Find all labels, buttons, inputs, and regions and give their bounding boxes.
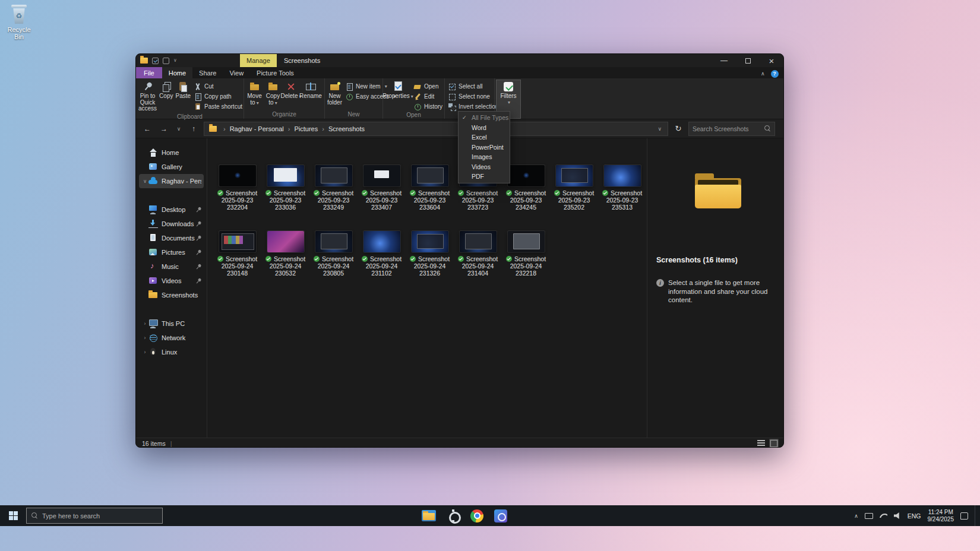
help-icon[interactable]: ?: [771, 70, 779, 78]
ribbon-tab[interactable]: Home: [162, 67, 192, 78]
expand-chevron-icon[interactable]: ›: [141, 335, 148, 341]
ribbon-tab[interactable]: Share: [192, 67, 223, 78]
sidebar-item[interactable]: Videos: [139, 274, 204, 288]
qat-newfolder-icon[interactable]: [163, 58, 169, 64]
filter-menu-item[interactable]: PDF: [459, 172, 510, 182]
taskbar-search-box[interactable]: [26, 508, 163, 524]
sidebar-item[interactable]: Documents: [139, 231, 204, 245]
contextual-tab-manage[interactable]: Manage: [240, 54, 277, 67]
clock[interactable]: 11:24 PM 9/24/2025: [928, 509, 954, 523]
sidebar-item[interactable]: › Network: [139, 331, 204, 345]
ribbon-tab[interactable]: File: [136, 67, 162, 78]
sidebar-item[interactable]: Desktop: [139, 202, 204, 217]
start-button[interactable]: [0, 505, 26, 526]
select-all-button[interactable]: Select all: [446, 82, 501, 91]
breadcrumb-segment[interactable]: Raghav - Personal: [230, 125, 284, 132]
expand-chevron-icon[interactable]: ∨: [141, 178, 148, 184]
volume-icon[interactable]: [894, 512, 901, 520]
filter-menu-item[interactable]: Word: [459, 123, 510, 133]
paste-shortcut-button[interactable]: Paste shortcut: [192, 102, 245, 111]
breadcrumb-segment[interactable]: Screenshots: [328, 125, 365, 132]
file-item[interactable]: Screenshot 2025-09-23 233036: [261, 165, 309, 211]
file-item[interactable]: Screenshot 2025-09-24 231326: [406, 231, 454, 277]
new-folder-button[interactable]: New folder: [326, 80, 343, 110]
recycle-bin[interactable]: ♻ Recycle Bin: [5, 5, 33, 40]
file-item[interactable]: Screenshot 2025-09-24 230805: [309, 231, 358, 277]
qat-customize-chevron-icon[interactable]: ∨: [173, 54, 177, 67]
up-button[interactable]: ↑: [187, 125, 200, 133]
copy-to-button[interactable]: Copy to▾: [264, 80, 282, 110]
language-indicator[interactable]: ENG: [908, 512, 921, 520]
search-box[interactable]: [688, 122, 775, 136]
qat-properties-icon[interactable]: [152, 58, 159, 64]
forward-button[interactable]: →: [157, 125, 170, 133]
history-button[interactable]: History: [412, 102, 445, 111]
back-button[interactable]: ←: [141, 125, 154, 133]
sidebar-item[interactable]: Home: [139, 145, 204, 160]
move-to-button[interactable]: Move to▾: [245, 80, 264, 110]
sidebar-item[interactable]: Downloads: [139, 217, 204, 231]
open-button[interactable]: Open: [412, 82, 445, 91]
cut-button[interactable]: Cut: [192, 82, 245, 91]
file-item[interactable]: Screenshot 2025-09-24 231102: [358, 231, 406, 277]
details-view-button[interactable]: [757, 440, 765, 446]
close-button[interactable]: ×: [760, 54, 783, 67]
expand-chevron-icon[interactable]: ›: [141, 321, 148, 327]
sidebar-item[interactable]: Gallery: [139, 160, 204, 174]
address-box[interactable]: › Raghav - Personal › Pictures › Screens…: [204, 122, 668, 136]
rename-button[interactable]: Rename: [300, 80, 321, 110]
filter-menu-item[interactable]: Videos: [459, 162, 510, 172]
file-item[interactable]: Screenshot 2025-09-23 233604: [406, 165, 454, 211]
select-none-button[interactable]: Select none: [446, 92, 501, 101]
snipping-tool-taskbar-icon[interactable]: [494, 509, 507, 522]
delete-button[interactable]: Delete▾: [282, 80, 300, 110]
edit-button[interactable]: Edit: [412, 92, 445, 101]
sidebar-item[interactable]: › Linux: [139, 345, 204, 359]
minimize-button[interactable]: —: [712, 54, 736, 67]
file-item[interactable]: Screenshot 2025-09-24 232218: [502, 231, 550, 277]
touch-keyboard-icon[interactable]: [865, 513, 873, 519]
ribbon-tab[interactable]: View: [223, 67, 250, 78]
sidebar-item[interactable]: Screenshots: [139, 288, 204, 302]
settings-taskbar-icon[interactable]: [447, 509, 460, 522]
paste-button[interactable]: Paste: [174, 80, 192, 113]
file-item[interactable]: Screenshot 2025-09-24 230532: [261, 231, 309, 277]
expand-chevron-icon[interactable]: ›: [141, 349, 148, 355]
show-desktop-button[interactable]: [975, 505, 978, 526]
filter-menu-item[interactable]: Excel: [459, 132, 510, 142]
file-item[interactable]: Screenshot 2025-09-23 233407: [358, 165, 406, 211]
network-icon[interactable]: [880, 514, 887, 518]
sidebar-item[interactable]: ∨ Raghav - Personal: [139, 174, 204, 188]
copy-button[interactable]: Copy: [158, 80, 174, 113]
action-center-icon[interactable]: [960, 512, 968, 520]
maximize-button[interactable]: [736, 54, 760, 67]
address-dropdown-chevron-icon[interactable]: ∨: [654, 126, 665, 132]
breadcrumb-segment[interactable]: Pictures: [294, 125, 318, 132]
search-input[interactable]: [693, 125, 764, 132]
tray-chevron-icon[interactable]: ∧: [854, 513, 858, 519]
collapse-ribbon-icon[interactable]: ∧: [761, 71, 765, 77]
recent-locations-chevron-icon[interactable]: ∨: [174, 126, 184, 132]
invert-selection-button[interactable]: Invert selection: [446, 102, 501, 111]
file-item[interactable]: Screenshot 2025-09-23 235313: [598, 165, 646, 211]
properties-button[interactable]: Properties▾: [384, 80, 412, 111]
file-item[interactable]: Screenshot 2025-09-24 231404: [454, 231, 502, 277]
pin-to-quick-access-button[interactable]: Pin to Quick access: [137, 80, 158, 113]
filter-menu-item[interactable]: Images: [459, 152, 510, 162]
taskbar-search-input[interactable]: [42, 512, 157, 520]
file-item[interactable]: Screenshot 2025-09-23 233249: [309, 165, 358, 211]
chrome-taskbar-icon[interactable]: [470, 509, 483, 522]
refresh-icon[interactable]: ↻: [672, 124, 685, 133]
filter-menu-item[interactable]: ✓ All File Types: [459, 113, 510, 123]
file-item[interactable]: Screenshot 2025-09-23 232204: [213, 165, 261, 211]
sidebar-item[interactable]: Music: [139, 259, 204, 274]
copy-path-button[interactable]: Copy path: [192, 92, 245, 101]
title-bar[interactable]: ∨ Manage Screenshots — ×: [136, 54, 783, 67]
sidebar-item[interactable]: Pictures: [139, 245, 204, 259]
sidebar-item[interactable]: › This PC: [139, 316, 204, 331]
thumbnails-view-button[interactable]: [770, 440, 777, 447]
filter-menu-item[interactable]: PowerPoint: [459, 142, 510, 153]
file-item[interactable]: Screenshot 2025-09-24 230148: [213, 231, 261, 277]
ribbon-tab[interactable]: Picture Tools: [250, 67, 301, 78]
file-explorer-taskbar-icon[interactable]: [422, 510, 436, 521]
